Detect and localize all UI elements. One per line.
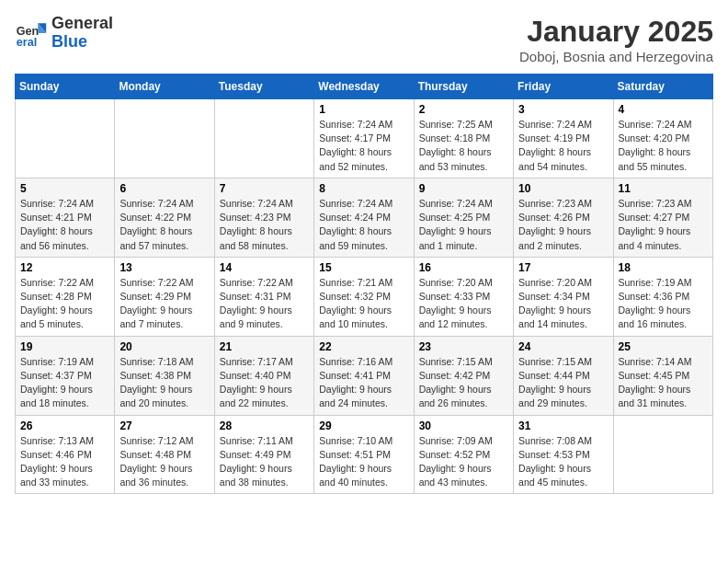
calendar-cell: 28Sunrise: 7:11 AM Sunset: 4:49 PM Dayli… <box>214 415 313 494</box>
calendar-cell: 15Sunrise: 7:21 AM Sunset: 4:32 PM Dayli… <box>314 257 414 336</box>
calendar-cell: 18Sunrise: 7:19 AM Sunset: 4:36 PM Dayli… <box>613 257 712 336</box>
logo: Gen eral General Blue <box>15 15 113 52</box>
day-info: Sunrise: 7:24 AM Sunset: 4:22 PM Dayligh… <box>119 197 209 253</box>
day-info: Sunrise: 7:23 AM Sunset: 4:26 PM Dayligh… <box>518 197 608 253</box>
calendar-cell: 13Sunrise: 7:22 AM Sunset: 4:29 PM Dayli… <box>115 257 214 336</box>
day-number: 14 <box>220 261 309 274</box>
weekday-header-saturday: Saturday <box>613 75 712 99</box>
calendar-cell <box>16 99 115 178</box>
day-number: 31 <box>518 419 608 432</box>
weekday-header-thursday: Thursday <box>414 75 513 99</box>
weekday-header-row: SundayMondayTuesdayWednesdayThursdayFrid… <box>16 75 713 99</box>
day-info: Sunrise: 7:25 AM Sunset: 4:18 PM Dayligh… <box>419 118 508 174</box>
calendar-cell: 22Sunrise: 7:16 AM Sunset: 4:41 PM Dayli… <box>314 336 414 415</box>
calendar-cell: 24Sunrise: 7:15 AM Sunset: 4:44 PM Dayli… <box>514 336 613 415</box>
day-info: Sunrise: 7:24 AM Sunset: 4:21 PM Dayligh… <box>20 197 109 253</box>
month-title: January 2025 <box>519 15 713 49</box>
weekday-header-wednesday: Wednesday <box>314 75 414 99</box>
day-number: 25 <box>619 340 708 353</box>
calendar-cell: 5Sunrise: 7:24 AM Sunset: 4:21 PM Daylig… <box>16 178 115 257</box>
day-number: 26 <box>20 419 109 432</box>
day-number: 19 <box>20 340 109 353</box>
day-number: 20 <box>119 340 209 353</box>
day-number: 30 <box>419 419 508 432</box>
calendar-cell: 21Sunrise: 7:17 AM Sunset: 4:40 PM Dayli… <box>214 336 313 415</box>
day-info: Sunrise: 7:17 AM Sunset: 4:40 PM Dayligh… <box>220 355 309 411</box>
calendar-cell: 3Sunrise: 7:24 AM Sunset: 4:19 PM Daylig… <box>514 99 613 178</box>
calendar-cell: 27Sunrise: 7:12 AM Sunset: 4:48 PM Dayli… <box>115 415 214 494</box>
calendar-cell: 10Sunrise: 7:23 AM Sunset: 4:26 PM Dayli… <box>514 178 613 257</box>
calendar-cell: 16Sunrise: 7:20 AM Sunset: 4:33 PM Dayli… <box>414 257 513 336</box>
svg-text:eral: eral <box>17 36 37 49</box>
title-block: January 2025 Doboj, Bosnia and Herzegovi… <box>519 15 713 64</box>
calendar-cell: 20Sunrise: 7:18 AM Sunset: 4:38 PM Dayli… <box>115 336 214 415</box>
calendar-cell: 8Sunrise: 7:24 AM Sunset: 4:24 PM Daylig… <box>314 178 414 257</box>
day-info: Sunrise: 7:24 AM Sunset: 4:23 PM Dayligh… <box>220 197 309 253</box>
day-info: Sunrise: 7:12 AM Sunset: 4:48 PM Dayligh… <box>119 434 209 490</box>
day-info: Sunrise: 7:14 AM Sunset: 4:45 PM Dayligh… <box>619 355 708 411</box>
calendar-cell: 14Sunrise: 7:22 AM Sunset: 4:31 PM Dayli… <box>214 257 313 336</box>
day-info: Sunrise: 7:24 AM Sunset: 4:25 PM Dayligh… <box>419 197 508 253</box>
day-number: 11 <box>619 182 708 195</box>
day-number: 12 <box>20 261 109 274</box>
day-info: Sunrise: 7:20 AM Sunset: 4:33 PM Dayligh… <box>419 276 508 332</box>
day-info: Sunrise: 7:10 AM Sunset: 4:51 PM Dayligh… <box>319 434 408 490</box>
day-info: Sunrise: 7:20 AM Sunset: 4:34 PM Dayligh… <box>518 276 608 332</box>
calendar-cell: 26Sunrise: 7:13 AM Sunset: 4:46 PM Dayli… <box>16 415 115 494</box>
calendar-cell: 30Sunrise: 7:09 AM Sunset: 4:52 PM Dayli… <box>414 415 513 494</box>
day-info: Sunrise: 7:24 AM Sunset: 4:20 PM Dayligh… <box>619 118 708 174</box>
day-number: 5 <box>20 182 109 195</box>
calendar-cell <box>214 99 313 178</box>
day-info: Sunrise: 7:22 AM Sunset: 4:31 PM Dayligh… <box>220 276 309 332</box>
day-number: 15 <box>319 261 408 274</box>
day-info: Sunrise: 7:18 AM Sunset: 4:38 PM Dayligh… <box>119 355 209 411</box>
calendar-cell: 12Sunrise: 7:22 AM Sunset: 4:28 PM Dayli… <box>16 257 115 336</box>
day-info: Sunrise: 7:19 AM Sunset: 4:37 PM Dayligh… <box>20 355 109 411</box>
day-info: Sunrise: 7:19 AM Sunset: 4:36 PM Dayligh… <box>619 276 708 332</box>
day-number: 10 <box>518 182 608 195</box>
day-info: Sunrise: 7:24 AM Sunset: 4:24 PM Dayligh… <box>319 197 408 253</box>
calendar-table: SundayMondayTuesdayWednesdayThursdayFrid… <box>15 74 713 494</box>
day-info: Sunrise: 7:15 AM Sunset: 4:42 PM Dayligh… <box>419 355 508 411</box>
calendar-week-4: 26Sunrise: 7:13 AM Sunset: 4:46 PM Dayli… <box>16 415 713 494</box>
day-info: Sunrise: 7:22 AM Sunset: 4:28 PM Dayligh… <box>20 276 109 332</box>
day-number: 22 <box>319 340 408 353</box>
day-number: 21 <box>220 340 309 353</box>
calendar-cell: 19Sunrise: 7:19 AM Sunset: 4:37 PM Dayli… <box>16 336 115 415</box>
day-info: Sunrise: 7:16 AM Sunset: 4:41 PM Dayligh… <box>319 355 408 411</box>
calendar-cell: 17Sunrise: 7:20 AM Sunset: 4:34 PM Dayli… <box>514 257 613 336</box>
weekday-header-sunday: Sunday <box>16 75 115 99</box>
logo-blue-text: Blue <box>51 33 113 52</box>
calendar-week-0: 1Sunrise: 7:24 AM Sunset: 4:17 PM Daylig… <box>16 99 713 178</box>
calendar-cell: 23Sunrise: 7:15 AM Sunset: 4:42 PM Dayli… <box>414 336 513 415</box>
day-info: Sunrise: 7:08 AM Sunset: 4:53 PM Dayligh… <box>518 434 608 490</box>
calendar-week-3: 19Sunrise: 7:19 AM Sunset: 4:37 PM Dayli… <box>16 336 713 415</box>
weekday-header-tuesday: Tuesday <box>214 75 313 99</box>
calendar-week-2: 12Sunrise: 7:22 AM Sunset: 4:28 PM Dayli… <box>16 257 713 336</box>
day-info: Sunrise: 7:24 AM Sunset: 4:17 PM Dayligh… <box>319 118 408 174</box>
day-number: 1 <box>319 103 408 116</box>
day-number: 16 <box>419 261 508 274</box>
calendar-cell: 6Sunrise: 7:24 AM Sunset: 4:22 PM Daylig… <box>115 178 214 257</box>
calendar-week-1: 5Sunrise: 7:24 AM Sunset: 4:21 PM Daylig… <box>16 178 713 257</box>
day-number: 6 <box>119 182 209 195</box>
calendar-cell: 29Sunrise: 7:10 AM Sunset: 4:51 PM Dayli… <box>314 415 414 494</box>
day-info: Sunrise: 7:13 AM Sunset: 4:46 PM Dayligh… <box>20 434 109 490</box>
day-number: 7 <box>220 182 309 195</box>
calendar-cell: 1Sunrise: 7:24 AM Sunset: 4:17 PM Daylig… <box>314 99 414 178</box>
page-header: Gen eral General Blue January 2025 Doboj… <box>15 15 713 64</box>
calendar-cell: 2Sunrise: 7:25 AM Sunset: 4:18 PM Daylig… <box>414 99 513 178</box>
day-number: 13 <box>119 261 209 274</box>
calendar-cell: 11Sunrise: 7:23 AM Sunset: 4:27 PM Dayli… <box>613 178 712 257</box>
calendar-cell: 31Sunrise: 7:08 AM Sunset: 4:53 PM Dayli… <box>514 415 613 494</box>
day-number: 23 <box>419 340 508 353</box>
day-info: Sunrise: 7:09 AM Sunset: 4:52 PM Dayligh… <box>419 434 508 490</box>
day-info: Sunrise: 7:22 AM Sunset: 4:29 PM Dayligh… <box>119 276 209 332</box>
calendar-cell: 4Sunrise: 7:24 AM Sunset: 4:20 PM Daylig… <box>613 99 712 178</box>
day-info: Sunrise: 7:15 AM Sunset: 4:44 PM Dayligh… <box>518 355 608 411</box>
logo-icon: Gen eral <box>15 17 48 50</box>
calendar-cell: 25Sunrise: 7:14 AM Sunset: 4:45 PM Dayli… <box>613 336 712 415</box>
day-number: 8 <box>319 182 408 195</box>
day-number: 17 <box>518 261 608 274</box>
logo-general-text: General <box>51 15 113 33</box>
